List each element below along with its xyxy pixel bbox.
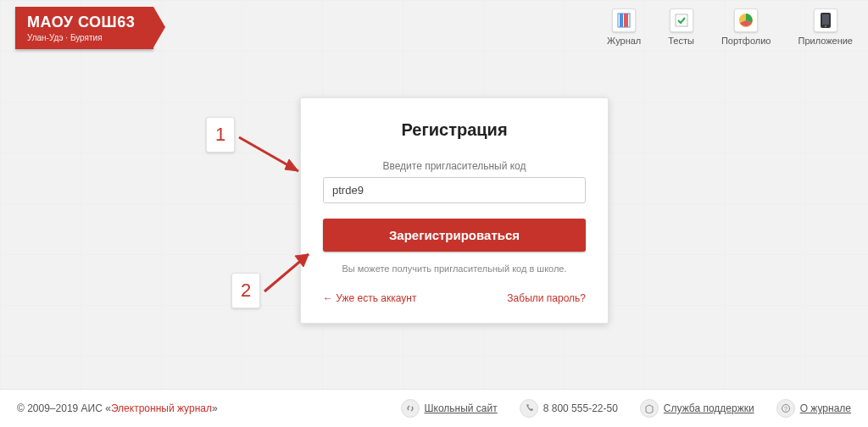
have-account-link[interactable]: ← Уже есть аккаунт — [323, 292, 416, 304]
forgot-password-link[interactable]: Забыли пароль? — [507, 292, 586, 304]
nav-portfolio[interactable]: Портфолио — [721, 8, 771, 46]
footer-about-text: О журнале — [800, 402, 851, 414]
nav-journal-label: Журнал — [607, 36, 641, 46]
svg-text:?: ? — [784, 406, 787, 412]
copy-suffix: » — [212, 402, 218, 414]
svg-rect-6 — [822, 14, 829, 25]
register-button[interactable]: Зарегистрироваться — [323, 219, 586, 252]
nav-portfolio-label: Портфолио — [721, 36, 771, 46]
journal-icon — [612, 8, 636, 32]
phone-icon — [520, 399, 538, 418]
nav-tests[interactable]: Тесты — [668, 8, 694, 46]
nav-journal[interactable]: Журнал — [607, 8, 641, 46]
portfolio-icon — [734, 8, 758, 32]
about-icon: ? — [776, 399, 795, 418]
svg-rect-3 — [676, 14, 687, 26]
svg-rect-1 — [620, 14, 623, 27]
svg-point-7 — [825, 25, 826, 27]
nav-app[interactable]: Приложение — [798, 8, 853, 46]
footer-about[interactable]: ? О журнале — [776, 399, 851, 418]
footer-journal-link[interactable]: Электронный журнал — [111, 402, 212, 414]
tests-icon — [670, 8, 693, 32]
svg-rect-2 — [624, 14, 628, 27]
footer-support-text: Служба поддержки — [664, 402, 754, 414]
invite-code-input[interactable] — [323, 177, 586, 203]
invite-code-label: Введите пригласительный код — [323, 160, 586, 172]
footer-school-site[interactable]: Школьный сайт — [401, 399, 498, 418]
footer-support[interactable]: Служба поддержки — [640, 399, 754, 418]
footer-phone[interactable]: 8 800 555-22-50 — [520, 399, 618, 418]
footer-copyright: © 2009–2019 АИС «Электронный журнал» — [17, 402, 218, 414]
card-title: Регистрация — [323, 120, 586, 140]
nav-app-label: Приложение — [798, 36, 853, 46]
step-badge-1: 1 — [206, 117, 235, 152]
copy-prefix: © 2009–2019 АИС « — [17, 402, 111, 414]
svg-marker-9 — [285, 159, 298, 171]
footer-phone-text: 8 800 555-22-50 — [543, 402, 618, 414]
step-badge-2: 2 — [231, 273, 260, 308]
app-icon — [814, 8, 837, 32]
support-icon — [640, 399, 659, 418]
link-icon — [401, 399, 420, 418]
footer-site-text: Школьный сайт — [425, 402, 498, 414]
school-logo-ribbon[interactable]: МАОУ СОШ63 Улан-Удэ · Бурятия — [15, 7, 153, 49]
school-name: МАОУ СОШ63 — [27, 14, 135, 31]
footer: © 2009–2019 АИС «Электронный журнал» Шко… — [0, 389, 868, 427]
registration-card: Регистрация Введите пригласительный код … — [300, 97, 609, 324]
svg-line-8 — [239, 137, 298, 171]
invite-hint: Вы можете получить пригласительный код в… — [323, 263, 586, 274]
nav-tests-label: Тесты — [668, 36, 694, 46]
school-location: Улан-Удэ · Бурятия — [27, 33, 135, 42]
top-nav: Журнал Тесты Портфолио Приложение — [607, 8, 853, 46]
